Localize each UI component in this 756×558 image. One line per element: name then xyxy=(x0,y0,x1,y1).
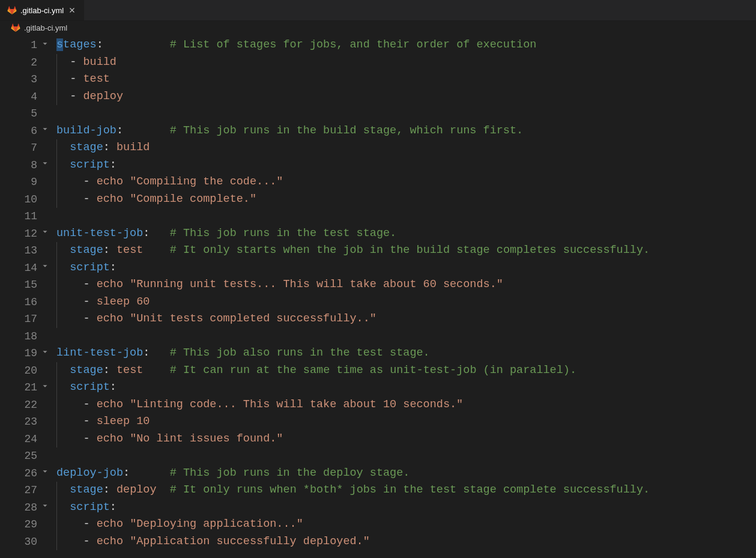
code-line[interactable]: - build xyxy=(56,54,756,71)
code-line[interactable]: - echo "Compiling the code..." xyxy=(56,174,756,191)
code-token: build xyxy=(83,56,116,68)
code-line[interactable]: - deploy xyxy=(56,88,756,106)
fold-marker[interactable] xyxy=(41,379,56,396)
code-token: : xyxy=(143,347,169,359)
code-line[interactable]: script: xyxy=(56,157,756,174)
code-line[interactable]: - echo "Deploying application..." xyxy=(56,516,756,533)
code-token: script xyxy=(70,261,110,274)
code-line[interactable]: - echo "Linting code... This will take a… xyxy=(56,396,756,414)
line-number: 24 xyxy=(0,431,41,448)
line-number: 13 xyxy=(0,242,41,259)
chevron-down-icon[interactable] xyxy=(41,348,49,359)
code-line[interactable]: stage: deploy # It only runs when *both*… xyxy=(56,482,756,499)
code-line[interactable]: stage: build xyxy=(56,139,756,157)
breadcrumb[interactable]: .gitlab-ci.yml xyxy=(11,23,67,32)
fold-marker xyxy=(41,191,56,208)
code-line[interactable]: - sleep 60 xyxy=(56,294,756,311)
chevron-down-icon[interactable] xyxy=(41,382,49,393)
code-token: : xyxy=(97,38,170,51)
fold-marker[interactable] xyxy=(41,259,56,277)
code-token: script xyxy=(70,159,110,171)
code-line[interactable]: script: xyxy=(56,499,756,517)
code-line[interactable]: script: xyxy=(56,259,756,277)
fold-marker[interactable] xyxy=(41,465,56,482)
chevron-down-icon[interactable] xyxy=(41,40,49,51)
code-token: - xyxy=(56,56,83,68)
code-token: unit-test-job xyxy=(56,227,143,240)
code-line[interactable]: - echo "Application successfully deploye… xyxy=(56,533,756,551)
code-token: test xyxy=(83,73,109,85)
code-token: - xyxy=(56,278,97,291)
fold-marker xyxy=(41,431,56,448)
fold-marker xyxy=(41,88,56,106)
line-number: 5 xyxy=(0,105,41,123)
fold-marker[interactable] xyxy=(41,37,56,54)
code-line[interactable]: - echo "Running unit tests... This will … xyxy=(56,276,756,294)
code-line[interactable] xyxy=(56,105,756,123)
fold-marker xyxy=(41,139,56,157)
breadcrumb-bar: .gitlab-ci.yml xyxy=(0,21,756,34)
code-token: script xyxy=(70,501,110,514)
code-token: : xyxy=(110,501,116,514)
fold-marker xyxy=(41,71,56,88)
code-line[interactable]: - echo "No lint issues found." xyxy=(56,431,756,448)
code-token: - xyxy=(56,535,97,548)
code-line[interactable] xyxy=(56,328,756,345)
fold-marker[interactable] xyxy=(41,225,56,243)
code-token: echo "Deploying application..." xyxy=(97,518,303,530)
code-line[interactable]: stages: # List of stages for jobs, and t… xyxy=(56,37,756,54)
code-token: - xyxy=(56,296,97,308)
fold-marker[interactable] xyxy=(41,123,56,140)
fold-marker[interactable] xyxy=(41,345,56,362)
code-line[interactable]: deploy-job: # This job runs in the deplo… xyxy=(56,465,756,482)
code-area[interactable]: stages: # List of stages for jobs, and t… xyxy=(56,34,756,558)
code-token: - xyxy=(56,518,97,530)
code-line[interactable]: unit-test-job: # This job runs in the te… xyxy=(56,225,756,243)
code-token: - xyxy=(56,73,83,85)
code-token: - xyxy=(56,312,97,325)
code-line[interactable] xyxy=(56,447,756,465)
code-token xyxy=(56,501,70,514)
code-token xyxy=(56,141,70,154)
code-token: # This job also runs in the test stage. xyxy=(170,347,430,359)
chevron-down-icon[interactable] xyxy=(41,228,49,239)
code-line[interactable]: - echo "Compile complete." xyxy=(56,191,756,208)
gitlab-icon xyxy=(7,5,17,15)
line-number: 1 xyxy=(0,37,41,54)
chevron-down-icon[interactable] xyxy=(41,502,49,513)
editor-tab[interactable]: .gitlab-ci.yml xyxy=(0,0,85,20)
code-token xyxy=(56,261,70,274)
code-token: echo "Compile complete." xyxy=(97,193,256,205)
chevron-down-icon[interactable] xyxy=(41,467,49,479)
fold-marker xyxy=(41,328,56,345)
code-line[interactable]: stage: test # It only starts when the jo… xyxy=(56,242,756,259)
code-token xyxy=(56,484,70,496)
code-line[interactable]: build-job: # This job runs in the build … xyxy=(56,123,756,140)
chevron-down-icon[interactable] xyxy=(41,159,49,171)
code-line[interactable]: - test xyxy=(56,71,756,88)
code-line[interactable]: stage: test # It can run at the same tim… xyxy=(56,362,756,380)
chevron-down-icon[interactable] xyxy=(41,262,49,273)
code-line[interactable] xyxy=(56,208,756,225)
tab-bar: .gitlab-ci.yml xyxy=(0,0,756,21)
fold-marker[interactable] xyxy=(41,157,56,174)
editor[interactable]: 1234567891011121314151617181920212223242… xyxy=(0,34,756,558)
fold-marker xyxy=(41,242,56,259)
code-line[interactable]: lint-test-job: # This job also runs in t… xyxy=(56,345,756,362)
code-token: : xyxy=(116,124,170,137)
fold-marker[interactable] xyxy=(41,499,56,517)
fold-marker xyxy=(41,447,56,465)
line-number: 25 xyxy=(0,447,41,465)
code-line[interactable]: - echo "Unit tests completed successfull… xyxy=(56,311,756,328)
code-token: lint-test-job xyxy=(56,347,143,359)
code-line[interactable]: - sleep 10 xyxy=(56,413,756,431)
code-line[interactable]: script: xyxy=(56,379,756,396)
code-token: echo "Compiling the code..." xyxy=(97,175,283,188)
code-token: : xyxy=(110,381,116,393)
line-number: 22 xyxy=(0,396,41,414)
close-icon[interactable] xyxy=(67,5,77,15)
line-number: 8 xyxy=(0,157,41,174)
line-number: 10 xyxy=(0,191,41,208)
chevron-down-icon[interactable] xyxy=(41,125,49,136)
code-token: test xyxy=(116,364,143,377)
